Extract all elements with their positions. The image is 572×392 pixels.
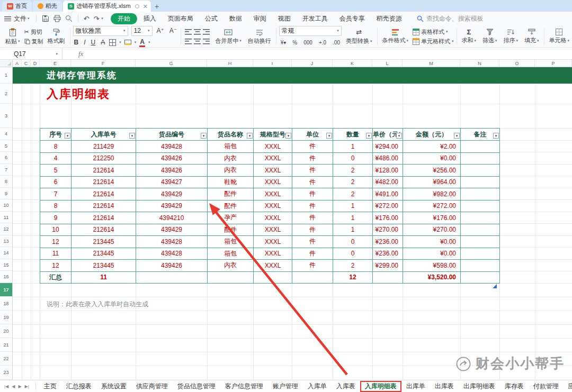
table-cell[interactable]: 0 — [333, 152, 373, 165]
ribbon-tab-视图[interactable]: 视图 — [273, 13, 296, 24]
table-cell[interactable]: 10 — [40, 224, 72, 236]
table-cell[interactable] — [461, 260, 500, 272]
row-header-19[interactable]: 19 — [0, 311, 12, 324]
row-header-18[interactable]: 18 — [0, 297, 12, 311]
row-header-6[interactable]: 6 — [0, 152, 12, 164]
table-cell[interactable]: XXXL — [254, 188, 292, 200]
save-button[interactable] — [42, 15, 49, 22]
table-cell[interactable]: ¥982.00 — [403, 188, 461, 200]
table-cell[interactable]: ¥270.00 — [373, 224, 403, 236]
table-cell[interactable]: 6 — [40, 176, 72, 188]
ribbon-tab-审阅[interactable]: 审阅 — [248, 13, 272, 24]
table-cell[interactable]: 5 — [40, 165, 72, 177]
column-header-H[interactable]: H — [207, 60, 253, 67]
row-header-13[interactable]: 13 — [0, 235, 12, 247]
bold-button[interactable]: B — [73, 39, 80, 46]
ribbon-tab-稻壳资源[interactable]: 稻壳资源 — [371, 13, 407, 24]
wrap-text-button[interactable]: 自动换行 — [246, 28, 273, 45]
table-cell[interactable]: 鞋靴 — [208, 176, 254, 188]
table-cell[interactable]: ¥0.00 — [403, 248, 461, 260]
format-painter-button[interactable]: 格式刷 — [46, 28, 67, 45]
row-header-7[interactable]: 7 — [0, 164, 12, 176]
filter-dropdown-button[interactable]: ▾ — [454, 133, 460, 139]
table-cell[interactable]: 件 — [292, 141, 333, 153]
table-cell[interactable]: ¥3,520.00 — [403, 271, 461, 284]
last-sheet-button[interactable]: ▶| — [25, 384, 29, 389]
row-header-3[interactable]: 3 — [0, 104, 12, 128]
table-cell[interactable]: 件 — [292, 200, 333, 212]
column-header-K[interactable]: K — [333, 60, 372, 67]
sum-button[interactable]: Σ 求和▾ — [460, 28, 479, 45]
column-header-O[interactable]: O — [499, 60, 535, 67]
borders-icon[interactable] — [109, 39, 116, 46]
table-cell[interactable]: 配件 — [208, 200, 254, 212]
insert-function-button[interactable]: fx — [78, 50, 83, 58]
table-cell[interactable]: 箱包 — [208, 236, 254, 248]
table-cell[interactable]: 439429 — [136, 224, 208, 236]
sheet-tab-入库明细表[interactable]: 入库明细表 — [360, 381, 401, 392]
table-cell[interactable]: XXXL — [254, 260, 292, 272]
table-cell[interactable]: 配件 — [208, 188, 254, 200]
row-header-4[interactable]: 4 — [0, 128, 12, 140]
column-header-N[interactable]: N — [460, 60, 499, 67]
align-top-icon[interactable] — [185, 29, 192, 35]
column-header-A[interactable]: A — [13, 60, 22, 67]
table-cell[interactable] — [292, 271, 333, 284]
italic-button[interactable]: I — [83, 39, 86, 46]
table-cell[interactable]: 0 — [333, 236, 373, 248]
row-header-8[interactable]: 8 — [0, 176, 12, 188]
table-cell[interactable] — [461, 188, 500, 200]
table-cell[interactable]: 件 — [292, 212, 333, 224]
table-cell[interactable]: ¥294.00 — [373, 141, 403, 153]
table-cell[interactable]: 4 — [40, 152, 72, 165]
table-cell[interactable]: 12 — [40, 236, 72, 248]
table-cell[interactable]: ¥272.00 — [373, 200, 403, 212]
font-name-select[interactable]: 微软雅黑▾ — [73, 26, 128, 36]
table-cell[interactable]: 件 — [292, 236, 333, 248]
chevron-down-icon[interactable]: ▾ — [101, 16, 103, 21]
number-format-select[interactable]: 常规▾ — [279, 26, 342, 36]
align-middle-icon[interactable] — [194, 29, 201, 35]
sheet-tab-出库单[interactable]: 出库单 — [401, 380, 430, 392]
table-cell[interactable]: ¥236.00 — [373, 248, 403, 260]
filter-dropdown-button[interactable]: ▾ — [493, 133, 499, 139]
table-cell[interactable]: 439428 — [136, 236, 208, 248]
table-cell[interactable]: ¥256.00 — [403, 165, 461, 177]
table-cell[interactable]: 箱包 — [208, 141, 254, 153]
table-cell[interactable]: 内衣 — [208, 165, 254, 177]
table-cell[interactable]: 件 — [292, 224, 333, 236]
fill-button[interactable]: 填充▾ — [522, 28, 541, 45]
command-search[interactable]: 查找命令、搜索模板 — [417, 14, 484, 23]
table-cell[interactable]: 2 — [333, 188, 373, 200]
document-tab[interactable]: S 进销存管理系统.xlsm ✕ — [63, 1, 151, 12]
sheet-tab-供应商管理[interactable]: 供应商管理 — [131, 380, 173, 392]
table-cell[interactable]: ¥482.00 — [373, 176, 403, 188]
ribbon-tab-开始[interactable]: 开始 — [111, 13, 137, 24]
row-header-11[interactable]: 11 — [0, 212, 12, 223]
table-cell[interactable]: XXXL — [254, 200, 292, 212]
table-cell[interactable]: 212614 — [72, 165, 136, 177]
table-cell[interactable]: 212614 — [72, 188, 136, 200]
font-color-button[interactable]: A — [139, 38, 145, 47]
table-cell[interactable] — [461, 271, 500, 284]
paste-button[interactable]: 粘贴▾ — [3, 28, 22, 46]
column-header-J[interactable]: J — [292, 60, 333, 67]
table-cell[interactable]: 439429 — [136, 200, 208, 212]
table-cell[interactable]: 439427 — [136, 176, 208, 188]
align-left-icon[interactable] — [185, 39, 192, 44]
align-center-icon[interactable] — [194, 39, 201, 44]
first-sheet-button[interactable]: |◀ — [4, 384, 8, 389]
table-cell[interactable]: ¥176.00 — [373, 212, 403, 224]
column-header-C[interactable]: C — [22, 60, 31, 67]
print-button[interactable] — [53, 15, 61, 22]
row-header-23[interactable]: 23 — [0, 366, 12, 380]
file-menu[interactable]: 文件 ▾ — [14, 14, 30, 23]
table-cell[interactable]: 1 — [333, 224, 373, 236]
table-cell[interactable]: 439429 — [136, 188, 208, 200]
table-cell[interactable]: ¥272.00 — [403, 200, 461, 212]
sheet-tab-出库表[interactable]: 出库表 — [430, 380, 459, 392]
column-header-G[interactable]: G — [136, 60, 207, 67]
table-cell[interactable]: 2 — [333, 176, 373, 188]
close-tab-icon[interactable]: ✕ — [143, 4, 148, 9]
row-header-21[interactable]: 21 — [0, 338, 12, 352]
